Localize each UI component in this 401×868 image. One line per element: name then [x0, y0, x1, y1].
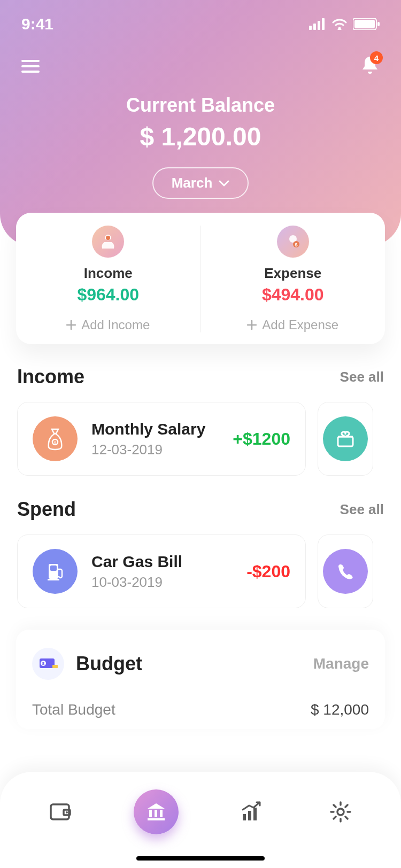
wallet-icon — [49, 801, 72, 823]
svg-rect-27 — [160, 810, 163, 817]
phone-icon — [323, 549, 368, 594]
svg-rect-0 — [309, 26, 312, 30]
notification-badge: 4 — [370, 51, 383, 64]
menu-button[interactable] — [21, 57, 40, 76]
svg-rect-1 — [313, 24, 316, 30]
add-income-button[interactable]: Add Income — [16, 317, 200, 332]
spend-item-date: 10-03-2019 — [91, 574, 233, 591]
spend-item-next[interactable] — [318, 534, 373, 608]
nav-bank[interactable] — [134, 789, 179, 834]
svg-rect-2 — [318, 21, 320, 30]
svg-rect-30 — [248, 811, 251, 820]
svg-rect-28 — [148, 818, 165, 820]
add-income-label: Add Income — [81, 317, 150, 332]
svg-text:$: $ — [54, 440, 57, 445]
income-see-all[interactable]: See all — [340, 369, 384, 385]
add-expense-button[interactable]: Add Expense — [201, 317, 385, 332]
income-icon — [92, 226, 124, 258]
budget-title: Budget — [76, 653, 302, 675]
bottom-nav — [0, 772, 401, 868]
income-item-date: 12-03-2019 — [91, 441, 219, 458]
month-label: March — [172, 175, 213, 191]
battery-icon — [353, 18, 380, 30]
plus-icon — [66, 320, 76, 330]
svg-point-24 — [66, 811, 68, 813]
spend-item-title: Car Gas Bill — [91, 553, 233, 571]
spend-section: Spend See all Car Gas Bill 10-03-2019 -$… — [0, 498, 401, 608]
cellular-icon — [309, 18, 326, 30]
month-selector[interactable]: March — [152, 167, 249, 199]
svg-point-32 — [337, 809, 344, 815]
income-item[interactable]: $ Monthly Salary 12-03-2019 +$1200 — [17, 402, 306, 476]
balance-block: Current Balance $ 1,200.00 March — [0, 94, 401, 199]
svg-rect-6 — [354, 20, 375, 28]
income-label: Income — [16, 265, 200, 282]
income-list[interactable]: $ Monthly Salary 12-03-2019 +$1200 — [17, 402, 384, 476]
chevron-down-icon — [219, 180, 229, 187]
svg-point-4 — [338, 27, 341, 30]
income-item-title: Monthly Salary — [91, 420, 219, 438]
expense-value: $494.00 — [201, 285, 385, 305]
home-indicator[interactable] — [136, 856, 265, 861]
header: 9:41 4 Current Balance $ 1,200.00 March — [0, 0, 401, 246]
spend-list[interactable]: Car Gas Bill 10-03-2019 -$200 — [17, 534, 384, 608]
gear-icon — [329, 800, 352, 824]
svg-rect-29 — [243, 814, 246, 820]
spend-see-all[interactable]: See all — [340, 501, 384, 518]
svg-rect-17 — [48, 579, 59, 580]
svg-rect-3 — [322, 18, 325, 30]
budget-card: $ Budget Manage Total Budget $ 12,000 — [16, 630, 385, 729]
svg-rect-16 — [50, 565, 57, 571]
add-expense-label: Add Expense — [262, 317, 338, 332]
chart-icon — [240, 800, 263, 824]
nav-settings[interactable] — [325, 796, 357, 828]
svg-rect-7 — [377, 22, 380, 26]
budget-total-label: Total Budget — [32, 701, 115, 718]
bank-icon — [145, 801, 167, 823]
svg-text:$: $ — [42, 661, 45, 666]
spend-item[interactable]: Car Gas Bill 10-03-2019 -$200 — [17, 534, 306, 608]
top-nav: 4 — [0, 33, 401, 78]
summary-income: Income $964.00 Add Income — [16, 226, 201, 332]
expense-label: Expense — [201, 265, 385, 282]
income-value: $964.00 — [16, 285, 200, 305]
wifi-icon — [331, 18, 348, 30]
income-item-amount: +$1200 — [233, 429, 290, 449]
budget-total-value: $ 12,000 — [311, 701, 369, 718]
nav-stats[interactable] — [235, 796, 267, 828]
spend-item-amount: -$200 — [246, 562, 290, 582]
svg-rect-25 — [149, 810, 152, 817]
svg-rect-5 — [353, 18, 376, 30]
svg-rect-14 — [338, 437, 353, 446]
expense-icon: $ — [277, 226, 309, 258]
status-time: 9:41 — [21, 15, 53, 33]
status-icons — [309, 18, 380, 30]
svg-rect-26 — [155, 810, 157, 817]
svg-rect-21 — [52, 665, 58, 668]
svg-point-8 — [106, 236, 110, 240]
summary-expense: $ Expense $494.00 Add Expense — [201, 226, 385, 332]
svg-text:$: $ — [295, 242, 297, 247]
gift-icon — [323, 416, 368, 461]
svg-rect-31 — [253, 808, 257, 820]
budget-manage-button[interactable]: Manage — [313, 655, 369, 672]
balance-title: Current Balance — [0, 94, 401, 117]
nav-wallet[interactable] — [44, 796, 76, 828]
money-bag-icon: $ — [33, 416, 78, 461]
summary-card: Income $964.00 Add Income $ Expense $494… — [16, 213, 385, 344]
income-item-next[interactable] — [318, 402, 373, 476]
income-section-title: Income — [17, 366, 84, 388]
balance-amount: $ 1,200.00 — [0, 122, 401, 151]
budget-icon: $ — [32, 648, 64, 680]
status-bar: 9:41 — [0, 0, 401, 33]
notifications-button[interactable]: 4 — [360, 55, 380, 78]
gas-pump-icon — [33, 549, 78, 594]
spend-section-title: Spend — [17, 498, 76, 521]
plus-icon — [247, 320, 257, 330]
income-section: Income See all $ Monthly Salary 12-03-20… — [0, 366, 401, 476]
